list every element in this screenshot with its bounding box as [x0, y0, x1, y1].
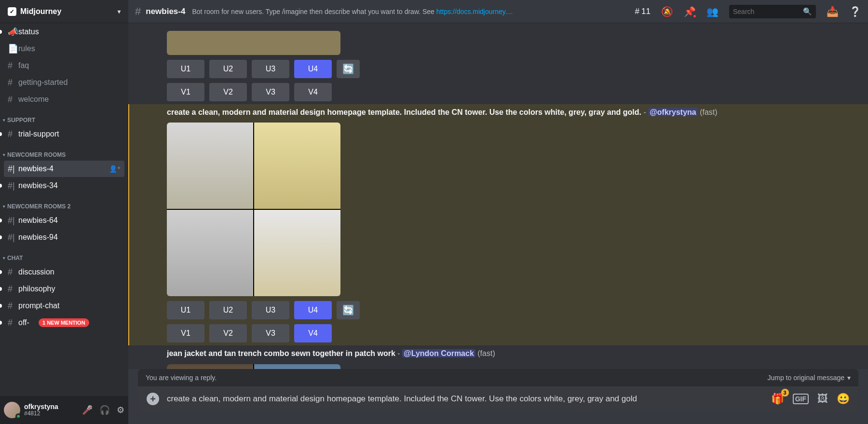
channel-newbies-94[interactable]: #|newbies-94: [4, 229, 124, 246]
gif-icon[interactable]: GIF: [793, 394, 809, 404]
message-area[interactable]: U1U2U3U4🔄V1V2V3V4create a clean, modern …: [128, 23, 868, 369]
mode-label: (fast): [477, 349, 495, 357]
mj-button-v1[interactable]: V1: [167, 324, 204, 342]
mj-button-v4[interactable]: V4: [294, 83, 332, 101]
sticker-icon[interactable]: 🖼: [817, 393, 828, 405]
channel-rules[interactable]: 📄rules: [4, 41, 124, 57]
button-row: U1U2U3U4🔄: [167, 60, 868, 78]
hash-icon: #: [8, 61, 18, 71]
channel-off-[interactable]: #off-1 NEW MENTION: [4, 315, 124, 331]
channel-label: newbies-4: [18, 164, 54, 173]
hash-icon: #|: [8, 233, 18, 243]
attach-button[interactable]: +: [147, 393, 159, 405]
mj-button-v1[interactable]: V1: [167, 83, 204, 101]
channel-newbies-34[interactable]: #|newbies-34: [4, 178, 124, 194]
mj-button-u4[interactable]: U4: [294, 60, 332, 78]
hash-lock-icon: #: [135, 5, 141, 18]
mj-button-u2[interactable]: U2: [209, 301, 247, 319]
emoji-icon[interactable]: 😀: [837, 393, 850, 405]
channel-welcome[interactable]: #welcome: [4, 91, 124, 108]
search-box[interactable]: 🔍: [729, 5, 816, 18]
mj-button-u1[interactable]: U1: [167, 301, 204, 319]
mj-button-v2[interactable]: V2: [209, 83, 247, 101]
search-icon: 🔍: [803, 7, 812, 16]
main-column: # newbies-4 Bot room for new users. Type…: [128, 0, 868, 424]
category-newcomer-rooms-2[interactable]: ▾NEWCOMER ROOMS 2: [0, 194, 128, 212]
server-name: Midjourney: [20, 7, 61, 16]
mj-button-v4[interactable]: V4: [294, 324, 332, 342]
channel-getting-started[interactable]: #getting-started: [4, 74, 124, 91]
channel-discussion[interactable]: #discussion: [4, 264, 124, 280]
mj-button-u3[interactable]: U3: [252, 60, 289, 78]
channel-label: philosophy: [18, 285, 55, 293]
mention[interactable]: @ofkrystyna: [648, 108, 698, 116]
channel-trial-support[interactable]: #trial-support: [4, 126, 124, 142]
hash-icon: #|: [8, 181, 18, 191]
message: create a clean, modern and material desi…: [128, 104, 868, 345]
chevron-down-icon: ▾: [3, 204, 5, 209]
search-input[interactable]: [733, 8, 803, 15]
reply-bar-text: You are viewing a reply.: [146, 374, 217, 382]
topic-link[interactable]: https://docs.midjourney....: [436, 8, 513, 15]
channel-newbies-64[interactable]: #|newbies-64: [4, 212, 124, 229]
category-chat[interactable]: ▾CHAT: [0, 246, 128, 263]
mode-label: (fast): [700, 108, 717, 116]
message-input[interactable]: [167, 394, 763, 404]
channel-faq[interactable]: #faq: [4, 57, 124, 74]
mj-button-u3[interactable]: U3: [252, 301, 289, 319]
pins-icon[interactable]: 📌: [684, 6, 696, 17]
mention-pill[interactable]: 1 NEW MENTION: [39, 318, 89, 327]
add-person-icon[interactable]: 👤⁺: [109, 165, 121, 173]
user-names[interactable]: ofkrystyna #4812: [24, 403, 58, 417]
mj-button-v3[interactable]: V3: [252, 83, 289, 101]
category-newcomer-rooms[interactable]: ▾NEWCOMER ROOMS: [0, 143, 128, 160]
message: jean jacket and tan trench combo sewn to…: [128, 345, 868, 369]
image-grid[interactable]: [167, 364, 340, 369]
channel-status[interactable]: 📣status: [4, 24, 124, 40]
category-support[interactable]: ▾SUPPORT: [0, 108, 128, 125]
channel-list: 📣status📄rules#faq#getting-started#welcom…: [0, 23, 128, 396]
reroll-button[interactable]: 🔄: [337, 60, 360, 78]
chevron-down-icon: ▾: [3, 256, 5, 260]
mute-icon[interactable]: 🎤: [82, 405, 93, 415]
channel-label: getting-started: [18, 78, 68, 87]
channel-label: faq: [18, 61, 29, 70]
help-icon[interactable]: ❔: [849, 6, 861, 17]
avatar[interactable]: [4, 402, 20, 418]
channel-label: prompt-chat: [18, 301, 59, 310]
channel-topic: Bot room for new users. Type /imagine th…: [192, 8, 626, 15]
mention[interactable]: @Lyndon Cormack: [402, 349, 475, 357]
hash-icon: 📣: [8, 27, 18, 37]
gear-icon[interactable]: ⚙: [117, 405, 124, 415]
channel-newbies-4[interactable]: #|newbies-4👤⁺: [4, 161, 124, 177]
jump-to-original[interactable]: Jump to original message ▾: [767, 374, 851, 382]
button-row: V1V2V3V4: [167, 324, 868, 342]
channel-label: status: [18, 27, 39, 36]
mj-button-v3[interactable]: V3: [252, 324, 289, 342]
threads-count: 11: [641, 7, 651, 16]
gift-icon[interactable]: 🎁3: [771, 393, 784, 405]
channel-prompt-chat[interactable]: #prompt-chat: [4, 298, 124, 314]
members-icon[interactable]: 👥: [706, 6, 719, 17]
notifications-icon[interactable]: 🔕: [661, 6, 673, 17]
prompt-text: create a clean, modern and material desi…: [167, 107, 868, 118]
image-grid[interactable]: [167, 123, 340, 296]
threads-button[interactable]: # 11: [635, 7, 651, 16]
channel-philosophy[interactable]: #philosophy: [4, 281, 124, 297]
server-header[interactable]: ✓ Midjourney ▾: [0, 0, 128, 23]
mj-button-u4[interactable]: U4: [294, 301, 332, 319]
reroll-button[interactable]: 🔄: [337, 301, 360, 319]
composer: + 🎁3 GIF 🖼 😀: [138, 386, 858, 411]
hash-icon: 📄: [8, 43, 18, 54]
image-grid[interactable]: [167, 31, 340, 55]
channel-label: discussion: [18, 268, 54, 276]
headphones-icon[interactable]: 🎧: [99, 405, 110, 415]
mj-button-v2[interactable]: V2: [209, 324, 247, 342]
hash-icon: #: [8, 267, 18, 277]
inbox-icon[interactable]: 📥: [827, 6, 839, 17]
channel-label: newbies-34: [18, 181, 58, 190]
mj-button-u2[interactable]: U2: [209, 60, 247, 78]
mj-button-u1[interactable]: U1: [167, 60, 204, 78]
chevron-down-icon: ▾: [847, 374, 851, 382]
threads-icon: #: [635, 7, 639, 16]
